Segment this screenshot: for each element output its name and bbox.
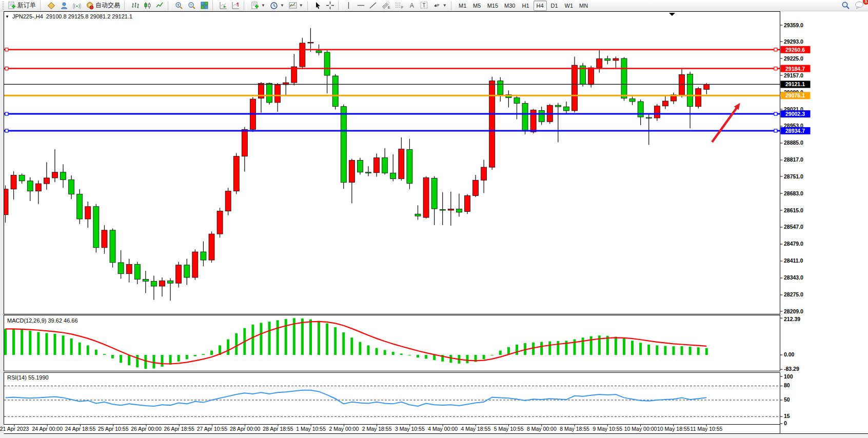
time-axis-label: 11 May 10:55 [691,426,723,432]
chart-shift-button[interactable] [230,1,242,11]
chevron-down-icon: ▼ [280,3,284,8]
svg-text:212.39: 212.39 [784,316,800,322]
candle [456,193,462,216]
toolbar-separator [40,1,43,10]
crosshair-button[interactable] [324,1,336,11]
toolbar-separator [212,1,215,10]
gold-box-icon [47,2,55,10]
candle [225,188,231,215]
timeframe-mn[interactable]: MN [577,1,590,11]
horizontal-line[interactable] [4,48,780,51]
chart-shift-marker[interactable] [669,13,675,16]
macd-histogram-bar [342,332,345,355]
zoom-out-button[interactable] [186,1,198,11]
bar-chart-button[interactable] [129,1,141,11]
candle [118,250,124,279]
trendline-tool[interactable] [367,1,379,11]
toolbar-separator [168,1,171,10]
macd-histogram-bar [548,342,551,355]
macd-histogram-bar [161,355,164,367]
candle [52,149,57,182]
period-dropdown[interactable]: ▼ [268,1,286,11]
candle [704,83,709,94]
candlestick-chart-button[interactable] [142,1,153,11]
price-line-label: 29076.1 [781,92,811,99]
new-order-label: 新订单 [17,1,36,10]
macd-histogram-bar [70,339,73,355]
autotrading-icon [86,2,94,10]
horizontal-line[interactable] [4,129,780,132]
arrows-dropdown[interactable]: ▼ [431,1,449,11]
notifications-button[interactable]: 1 [853,0,866,11]
timeframe-h1[interactable]: H1 [519,1,532,11]
fibonacci-tool[interactable]: F [393,1,406,11]
candle [431,176,437,226]
time-axis[interactable]: 21 Apr 202324 Apr 00:0024 Apr 18:5525 Ap… [0,425,723,432]
macd-histogram-bar [318,321,320,355]
time-axis-label: 8 May 00:00 [527,426,557,432]
autotrading-button[interactable]: 自动交易 [84,1,122,11]
macd-histogram-bar [326,323,328,355]
new-chart-dropdown[interactable]: ▼ [249,1,267,11]
macd-histogram-bar [466,355,468,363]
autotrading-label: 自动交易 [95,1,120,10]
svg-text:28411.0: 28411.0 [784,257,803,264]
candle [489,76,495,169]
macd-histogram-bar [615,337,617,355]
time-axis-label: 1 May 10:55 [296,426,326,432]
text-tool[interactable]: A [406,1,418,11]
macd-histogram-bar [309,320,312,355]
zoom-in-button[interactable] [173,1,185,11]
text-label-icon: T [420,2,428,9]
macd-histogram-bar [376,348,378,355]
candle [192,249,198,280]
text-label-tool[interactable]: T [418,1,430,11]
virtual-hosting-button[interactable] [58,1,70,11]
vertical-line-tool[interactable] [343,1,354,11]
candle [110,228,115,267]
timeframe-d1[interactable]: D1 [548,1,561,11]
horizontal-line[interactable] [4,112,780,115]
line-chart-button[interactable] [154,1,166,11]
svg-text:28885.0: 28885.0 [784,140,803,146]
template-dropdown[interactable]: ▼ [287,1,305,11]
new-order-button[interactable]: 新订单 [6,1,38,11]
zoom-in-icon [175,2,183,10]
equidistant-channel-tool[interactable]: E [380,1,392,11]
signals-button[interactable] [71,1,83,11]
candle [184,259,190,285]
search-button[interactable] [839,1,852,11]
macd-histogram-bar [689,347,692,355]
candle [349,159,354,204]
svg-text:28547.0: 28547.0 [784,224,803,230]
timeframe-m1[interactable]: M1 [456,1,469,11]
timeframe-h4[interactable]: H4 [534,1,547,11]
macd-signal-line [6,322,707,364]
svg-text:15: 15 [784,413,790,419]
macd-histogram-bar [449,355,452,363]
chevron-down-icon: ▼ [261,3,265,8]
macd-histogram-bar [62,335,65,355]
candle [160,277,165,296]
market-button[interactable] [45,1,57,11]
hosting-person-icon [60,2,68,10]
timeframe-m5[interactable]: M5 [470,1,484,11]
timeframe-m15[interactable]: M15 [485,1,501,11]
text-icon: A [410,2,414,9]
candle [530,109,536,134]
chart-window[interactable]: 29359.029293.029225.029157.029089.029021… [0,11,868,438]
time-axis-label: 24 Apr 18:55 [65,426,96,432]
trend-arrow-annotation[interactable] [712,103,740,142]
macd-histogram-bar [169,355,172,365]
candle [209,231,214,263]
horizontal-line-tool[interactable] [355,1,367,11]
toolbar: 新订单 自动交易 [0,0,868,11]
tile-windows-button[interactable] [199,1,210,11]
timeframe-m30[interactable]: M30 [502,1,518,11]
macd-histogram-bar [21,330,23,355]
notification-badge: 1 [863,0,868,5]
timeframe-w1[interactable]: W1 [562,1,576,11]
cursor-button[interactable] [312,1,324,11]
horizontal-line[interactable] [4,67,780,70]
auto-scroll-button[interactable] [218,1,229,11]
